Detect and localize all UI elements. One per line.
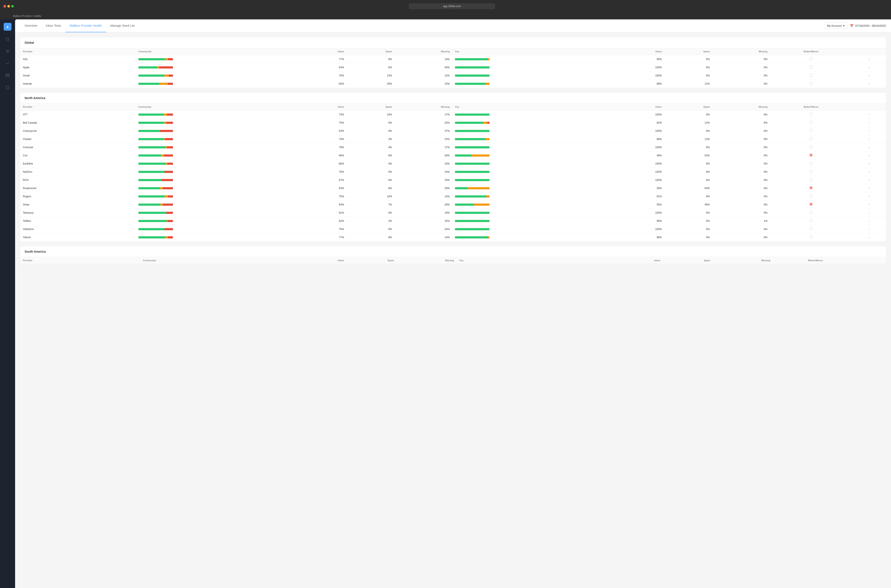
row-arrow-icon[interactable]: → <box>867 236 870 239</box>
neutral-icon <box>809 82 813 85</box>
arrow-cell[interactable]: → <box>852 80 886 88</box>
community-bar <box>138 122 173 124</box>
row-arrow-icon[interactable]: → <box>867 178 870 182</box>
better-worse-cell <box>770 201 852 209</box>
th-spam-comm: Spam <box>347 48 394 55</box>
arrow-cell[interactable]: → <box>852 192 886 201</box>
neutral-icon <box>809 162 813 165</box>
row-arrow-icon[interactable]: → <box>867 154 870 157</box>
better-worse-cell <box>770 152 852 160</box>
arrow-cell[interactable]: → <box>852 184 886 192</box>
you-spam-pct: 0% <box>664 209 712 217</box>
community-bar-cell <box>136 168 299 176</box>
neutral-icon <box>809 145 813 148</box>
sidebar-icon-menu[interactable] <box>4 48 11 55</box>
row-arrow-icon[interactable]: → <box>867 82 870 86</box>
row-arrow-icon[interactable]: → <box>867 228 870 231</box>
th-community: Community <box>136 48 299 55</box>
you-bar <box>455 154 489 157</box>
community-bar-cell <box>136 209 299 217</box>
better-worse-cell <box>770 63 852 72</box>
row-arrow-icon[interactable]: → <box>867 113 870 116</box>
row-arrow-icon[interactable]: → <box>867 186 870 190</box>
tab-overview[interactable]: Overview <box>20 20 41 32</box>
row-arrow-icon[interactable]: → <box>867 146 870 149</box>
minimize-button[interactable] <box>8 5 10 8</box>
sidebar-icon-search[interactable] <box>4 36 11 43</box>
maximize-button[interactable] <box>11 5 14 8</box>
arrow-cell[interactable]: → <box>852 118 886 127</box>
app-logo[interactable]: ▲ <box>4 23 11 31</box>
arrow-cell[interactable]: → <box>852 127 886 135</box>
arrow-cell[interactable]: → <box>852 55 886 63</box>
sidebar-icon-shield[interactable] <box>4 84 11 91</box>
you-bar-cell <box>452 72 616 80</box>
table-row: Bell Canada 75% 5% 20% 82% 12% 6% → <box>20 118 886 127</box>
provider-name: Charter <box>20 135 136 143</box>
row-arrow-icon[interactable]: → <box>867 137 870 141</box>
you-spam-pct: 4% <box>664 233 712 242</box>
arrow-cell[interactable]: → <box>852 111 886 118</box>
you-spam-pct: 0% <box>664 63 712 72</box>
row-arrow-icon[interactable]: → <box>867 66 870 69</box>
arrow-cell[interactable]: → <box>852 72 886 80</box>
arrow-cell[interactable]: → <box>852 160 886 168</box>
sidebar-icon-mail[interactable] <box>4 72 11 79</box>
comm-inbox-pct: 77% <box>299 233 347 242</box>
row-arrow-icon[interactable]: → <box>867 74 870 77</box>
arrow-cell[interactable]: → <box>852 152 886 160</box>
row-arrow-icon[interactable]: → <box>867 203 870 206</box>
arrow-cell[interactable]: → <box>852 63 886 72</box>
section-title: South America <box>20 246 886 257</box>
address-bar[interactable]: app.250ok.com <box>409 3 495 9</box>
comm-spam-pct: 3% <box>347 135 394 143</box>
arrow-cell[interactable]: → <box>852 201 886 209</box>
arrow-cell[interactable]: → <box>852 233 886 242</box>
calendar-icon[interactable]: 📅 <box>850 24 853 27</box>
you-spam-pct: 12% <box>664 118 712 127</box>
you-spam-pct: 0% <box>664 127 712 135</box>
arrow-cell[interactable]: → <box>852 135 886 143</box>
comm-spam-pct: 0% <box>347 176 394 184</box>
arrow-cell[interactable]: → <box>852 176 886 184</box>
community-bar <box>138 171 173 173</box>
worse-icon <box>809 153 813 157</box>
th-spam-comm: Spam <box>347 257 397 264</box>
row-arrow-icon[interactable]: → <box>867 121 870 124</box>
row-arrow-icon[interactable]: → <box>867 170 870 174</box>
sidebar-icon-check[interactable] <box>4 60 11 67</box>
arrow-cell[interactable]: → <box>852 209 886 217</box>
comm-spam-pct: 0% <box>347 209 394 217</box>
worse-icon <box>809 186 813 189</box>
comm-inbox-pct: 66% <box>299 152 347 160</box>
row-arrow-icon[interactable]: → <box>867 219 870 223</box>
you-bar-cell <box>452 111 616 118</box>
row-arrow-icon[interactable]: → <box>867 195 870 198</box>
provider-name: Hotmail <box>20 80 136 88</box>
row-arrow-icon[interactable]: → <box>867 129 870 133</box>
you-missing-pct: 0% <box>712 192 770 201</box>
arrow-cell[interactable]: → <box>852 143 886 152</box>
account-selector[interactable]: My Account ▾ <box>824 22 847 29</box>
arrow-cell[interactable]: → <box>852 225 886 233</box>
arrow-cell[interactable]: → <box>852 217 886 225</box>
close-button[interactable] <box>3 5 6 8</box>
neutral-icon <box>809 227 813 231</box>
community-bar-cell <box>136 63 299 72</box>
table-row: Charter 74% 3% 23% 88% 12% 0% → <box>20 135 886 143</box>
you-bar <box>455 187 489 189</box>
arrow-cell[interactable]: → <box>852 168 886 176</box>
comm-missing-pct: 12% <box>394 72 452 80</box>
tab-inbox-tests[interactable]: Inbox Tests <box>41 20 65 32</box>
tab-manage-seed-list[interactable]: Manage Seed List <box>106 20 139 32</box>
comm-missing-pct: 19% <box>394 209 452 217</box>
table-row: Roadrunner 63% 8% 29% 36% 64% 0% → <box>20 184 886 192</box>
comm-missing-pct: 14% <box>394 55 452 63</box>
better-worse-cell <box>770 209 852 217</box>
table-row: Cox 66% 8% 26% 48% 52% 0% → <box>20 152 886 160</box>
row-arrow-icon[interactable]: → <box>867 211 870 214</box>
row-arrow-icon[interactable]: → <box>867 57 870 61</box>
better-worse-cell <box>770 135 852 143</box>
row-arrow-icon[interactable]: → <box>867 162 870 165</box>
tab-mailbox-provider-health[interactable]: Mailbox Provider Health <box>65 20 106 32</box>
